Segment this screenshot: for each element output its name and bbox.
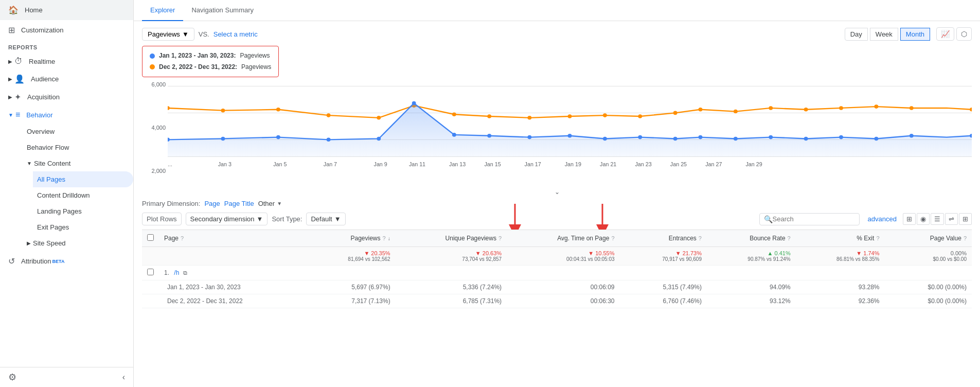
svg-point-42 xyxy=(804,137,808,141)
scroll-row: ⌄ xyxy=(142,188,972,196)
sidebar-item-landing-pages[interactable]: Landing Pages xyxy=(33,203,133,219)
tab-explorer[interactable]: Explorer xyxy=(142,0,183,21)
pie-view-button[interactable]: ◉ xyxy=(917,213,930,225)
summary-row: ▼ 20.35% 81,694 vs 102,562 ▼ 20.63% 73,7… xyxy=(142,247,972,266)
col-entrances-header: Entrances ? xyxy=(620,230,707,247)
svg-point-39 xyxy=(699,135,703,139)
table-search-box: 🔍 xyxy=(759,213,860,225)
tab-navigation-summary[interactable]: Navigation Summary xyxy=(183,0,262,21)
svg-text:Jan 25: Jan 25 xyxy=(670,162,687,168)
row1-value-cell xyxy=(885,266,972,280)
svg-point-4 xyxy=(168,106,170,110)
sidebar-item-site-content[interactable]: ▼ Site Content xyxy=(27,155,133,171)
line-chart-button[interactable]: 📈 xyxy=(936,27,954,41)
row1-bounce-cell xyxy=(707,266,796,280)
exit-help-icon[interactable]: ? xyxy=(876,235,879,241)
day-button[interactable]: Day xyxy=(845,28,868,41)
audience-expand-icon: ▶ xyxy=(8,76,12,82)
pageviews-arrow-container xyxy=(507,204,523,230)
exit-detail: 86.81% vs 88.35% xyxy=(801,256,880,262)
scroll-down-icon[interactable]: ⌄ xyxy=(555,188,560,196)
col-checkbox xyxy=(142,230,159,247)
sub-row-1: Jan 1, 2023 - Jan 30, 2023 5,697 (6.97%)… xyxy=(142,280,972,294)
svg-point-20 xyxy=(804,108,808,112)
col-unique-pageviews-header: Unique Pageviews ? xyxy=(396,230,507,247)
pageviews-red-arrow xyxy=(507,204,523,230)
sidebar-item-customization[interactable]: ⊞ Customization xyxy=(0,20,133,40)
svg-text:...: ... xyxy=(168,162,172,168)
sidebar-item-acquisition[interactable]: ▶ ✦ Acquisition xyxy=(0,88,133,106)
upv-help-icon[interactable]: ? xyxy=(498,235,502,241)
y-label-2000: 2,000 xyxy=(142,168,166,174)
dimension-page-title-link[interactable]: Page Title xyxy=(224,200,254,207)
summary-pageviews-cell: ▼ 20.35% 81,694 vs 102,562 xyxy=(308,247,396,266)
primary-dimension-label: Primary Dimension: xyxy=(142,200,200,207)
secondary-dimension-dropdown[interactable]: Secondary dimension ▼ xyxy=(186,213,268,225)
svg-point-35 xyxy=(568,134,572,138)
svg-text:Jan 19: Jan 19 xyxy=(565,162,581,168)
pivot-view-button[interactable]: ⊞ xyxy=(959,213,972,225)
chart-legend: Jan 1, 2023 - Jan 30, 2023: Pageviews De… xyxy=(142,46,279,77)
svg-text:Jan 29: Jan 29 xyxy=(745,162,762,168)
compare-view-button[interactable]: ⇌ xyxy=(945,213,958,225)
summary-upv-cell: ▼ 20.63% 73,704 vs 92,857 xyxy=(396,247,507,266)
svg-point-10 xyxy=(452,113,456,117)
grid-view-button[interactable]: ⊞ xyxy=(903,213,916,225)
sidebar-item-exit-pages[interactable]: Exit Pages xyxy=(33,219,133,235)
month-button[interactable]: Month xyxy=(900,28,930,41)
svg-text:Jan 21: Jan 21 xyxy=(600,162,616,168)
sidebar-item-attribution[interactable]: ↺ Attribution BETA xyxy=(0,251,133,271)
dimension-other-dropdown[interactable]: Other ▼ xyxy=(258,200,282,207)
svg-text:Jan 9: Jan 9 xyxy=(374,162,387,168)
row1-copy-icon[interactable]: ⧉ xyxy=(183,270,187,276)
svg-point-8 xyxy=(377,116,381,120)
dimension-page-link[interactable]: Page xyxy=(204,200,220,207)
sidebar-item-home[interactable]: 🏠 Home xyxy=(0,0,133,20)
pageviews-sort-icon[interactable]: ↓ xyxy=(388,236,390,241)
search-input[interactable] xyxy=(773,215,855,223)
svg-point-6 xyxy=(276,108,280,112)
svg-point-7 xyxy=(327,114,331,118)
plot-rows-button[interactable]: Plot Rows xyxy=(142,213,182,225)
sidebar-item-realtime[interactable]: ▶ ⏱ Realtime xyxy=(0,52,133,70)
avgtime-help-icon[interactable]: ? xyxy=(611,235,614,241)
val-pct: 0.00% xyxy=(951,250,967,256)
pageviews-help-icon[interactable]: ? xyxy=(383,235,386,241)
chart-container: ... Jan 3 Jan 5 Jan 7 Jan 9 Jan 11 Jan 1… xyxy=(142,81,972,184)
sidebar-item-all-pages[interactable]: All Pages xyxy=(33,171,133,187)
row1-page-link[interactable]: /h xyxy=(174,269,179,276)
home-icon: 🏠 xyxy=(8,5,19,15)
collapse-icon[interactable]: ‹ xyxy=(122,373,125,382)
value-help-icon[interactable]: ? xyxy=(964,235,967,241)
page-help-icon[interactable]: ? xyxy=(181,235,184,241)
select-all-checkbox[interactable] xyxy=(147,234,154,241)
behavior-expand-icon: ▼ xyxy=(8,112,13,118)
row1-checkbox[interactable] xyxy=(147,269,154,275)
summary-exit-cell: ▼ 1.74% 86.81% vs 88.35% xyxy=(796,247,885,266)
bounce-help-icon[interactable]: ? xyxy=(788,235,791,241)
sub2-date-cell: Dec 2, 2022 - Dec 31, 2022 xyxy=(159,294,308,308)
pie-chart-button[interactable]: ⬡ xyxy=(956,27,972,41)
week-button[interactable]: Week xyxy=(870,28,898,41)
pageviews-dropdown[interactable]: Pageviews ▼ xyxy=(142,28,194,41)
sidebar-audience-label: Audience xyxy=(31,75,59,83)
list-view-button[interactable]: ☰ xyxy=(931,213,944,225)
behavior-icon: ≡ xyxy=(15,110,20,119)
select-metric-link[interactable]: Select a metric xyxy=(213,30,258,38)
svg-text:Jan 17: Jan 17 xyxy=(525,162,541,168)
sidebar-item-content-drilldown[interactable]: Content Drilldown xyxy=(33,187,133,203)
sidebar-item-behavior[interactable]: ▼ ≡ Behavior xyxy=(0,106,133,124)
settings-icon[interactable]: ⚙ xyxy=(8,372,16,383)
svg-point-30 xyxy=(377,137,381,141)
realtime-icon: ⏱ xyxy=(14,57,23,66)
sidebar-item-audience[interactable]: ▶ 👤 Audience xyxy=(0,70,133,88)
site-content-expand-icon: ▼ xyxy=(27,161,32,166)
attribution-beta-badge: BETA xyxy=(52,259,65,264)
sort-type-dropdown[interactable]: Default ▼ xyxy=(306,213,345,225)
sidebar-item-overview[interactable]: Overview xyxy=(27,124,133,139)
sidebar-item-behavior-flow[interactable]: Behavior Flow xyxy=(27,139,133,155)
entrances-help-icon[interactable]: ? xyxy=(699,235,702,241)
sidebar-item-site-speed[interactable]: ▶ Site Speed xyxy=(27,235,133,251)
advanced-link[interactable]: advanced xyxy=(868,215,897,223)
legend-row1-date: Jan 1, 2023 - Jan 30, 2023: xyxy=(159,50,236,62)
